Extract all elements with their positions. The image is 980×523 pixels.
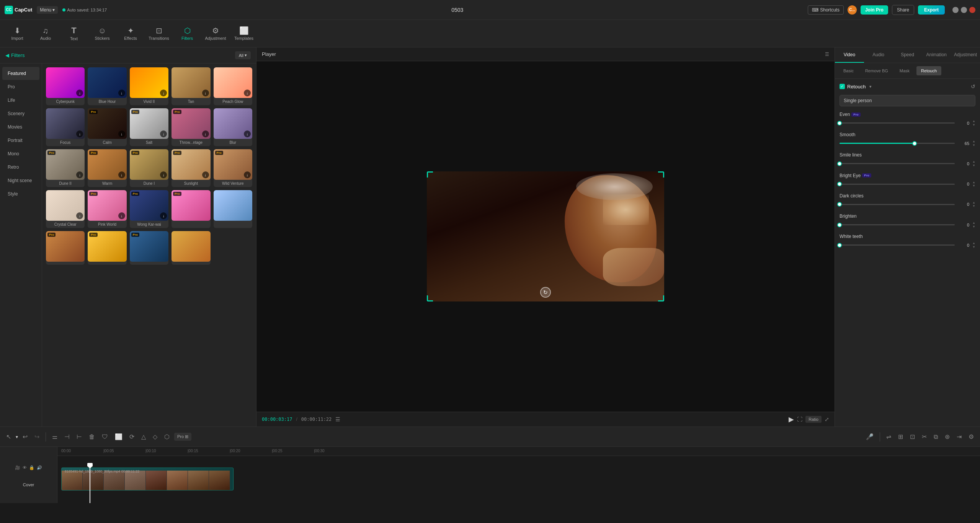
subtab-removebg[interactable]: Remove BG	[861, 66, 893, 75]
tab-adjustment[interactable]: Adjustment	[951, 47, 980, 63]
smile-lines-track[interactable]	[840, 163, 955, 164]
list-view-button[interactable]: ☰	[335, 416, 340, 422]
tool-stickers[interactable]: ☺ Stickers	[89, 21, 116, 46]
filter-sunlight[interactable]: Pro ↓ Sunlight	[172, 149, 210, 187]
pro-tools-button[interactable]: Pro ⊞	[174, 433, 191, 441]
ripple-delete[interactable]: ⊛	[942, 432, 952, 442]
cat-pro[interactable]: Pro	[2, 80, 39, 93]
cat-portrait[interactable]: Portrait	[2, 134, 39, 147]
track-eye[interactable]: 👁	[23, 465, 27, 470]
bright-eye-track[interactable]	[840, 184, 955, 185]
filter-cyberpunk[interactable]: ↓ Cyberpunk	[46, 67, 85, 105]
cat-featured[interactable]: Featured	[2, 67, 39, 80]
mirror-v-button[interactable]: △	[139, 432, 148, 442]
tool-templates[interactable]: ⬜ Templates	[230, 21, 257, 46]
undo-button[interactable]: ↩	[20, 432, 30, 442]
close-button[interactable]	[969, 7, 975, 13]
tool-audio[interactable]: ♫ Audio	[32, 21, 59, 46]
fit-track[interactable]: ⇥	[954, 432, 964, 442]
cut-button[interactable]: ✂	[920, 432, 929, 442]
crop-button[interactable]: ⬡	[162, 432, 172, 442]
play-button[interactable]: ▶	[789, 415, 794, 424]
filter-r1[interactable]: Pro	[172, 190, 210, 228]
filter-bluehour[interactable]: ↓ Blue Hour	[88, 67, 126, 105]
filter-warm[interactable]: Pro ↓ Warm	[88, 149, 126, 187]
delete-button[interactable]: 🗑	[87, 432, 97, 442]
subtab-basic[interactable]: Basic	[839, 66, 858, 75]
unlink-button[interactable]: ⊡	[908, 432, 917, 442]
tool-adjustment[interactable]: ⚙ Adjustment	[202, 21, 229, 46]
tool-transitions[interactable]: ⊡ Transitions	[145, 21, 172, 46]
filter-wild[interactable]: Pro ↓ Wild Venture	[214, 149, 252, 187]
select-tool[interactable]: ↖	[4, 432, 13, 442]
share-button[interactable]: Share	[892, 5, 914, 15]
menu-button[interactable]: Menu ▾	[37, 6, 58, 14]
playhead[interactable]	[90, 468, 90, 503]
filter-tan[interactable]: ↓ Tan	[172, 67, 210, 105]
tool-effects[interactable]: ✦ Effects	[117, 21, 144, 46]
maximize-button[interactable]	[961, 7, 967, 13]
export-button[interactable]: Export	[918, 5, 945, 15]
tab-video[interactable]: Video	[835, 47, 864, 63]
tab-audio[interactable]: Audio	[864, 47, 893, 63]
filter-peachglow[interactable]: ↓ Peach Glow	[214, 67, 252, 105]
subtab-mask[interactable]: Mask	[895, 66, 914, 75]
loop-button[interactable]: ⟳	[127, 432, 137, 442]
filter-crystal[interactable]: ↓ Crystal Clear	[46, 190, 85, 228]
filter-calm[interactable]: Pro ↓ Calm	[88, 108, 126, 146]
cat-nightscene[interactable]: Night scene	[2, 174, 39, 187]
cat-retro[interactable]: Retro	[2, 161, 39, 174]
filter-salt[interactable]: Pro ↓ Salt	[130, 108, 168, 146]
shortcuts-button[interactable]: ⌨ Shortcuts	[808, 5, 844, 15]
group-button[interactable]: ⬜	[113, 432, 125, 442]
cat-style[interactable]: Style	[2, 187, 39, 200]
filter-food[interactable]	[172, 231, 210, 265]
filter-r3[interactable]: Pro	[46, 231, 85, 265]
redo-button[interactable]: ↪	[32, 432, 42, 442]
split-button[interactable]: ⚌	[50, 432, 60, 442]
subtab-retouch[interactable]: Retouch	[916, 66, 941, 75]
freeze-button[interactable]: 🛡	[100, 432, 110, 442]
video-track[interactable]: 8165491-hd_1920_1080_30fps.mp4 00:00:11:…	[61, 468, 234, 490]
track-lock[interactable]: 🔒	[29, 465, 34, 470]
dark-circles-track[interactable]	[840, 204, 955, 205]
split-keep-right[interactable]: ⊢	[74, 432, 84, 442]
ratio-button[interactable]: Ratio	[805, 416, 822, 423]
filter-dune2[interactable]: Pro ↓ Dune II	[46, 149, 85, 187]
white-teeth-track[interactable]	[840, 244, 955, 246]
settings-button[interactable]: ⚙	[966, 432, 976, 442]
filter-wong[interactable]: Pro ↓ Wong Kar-wai	[130, 190, 168, 228]
all-filters-button[interactable]: All ▾	[235, 51, 251, 59]
split-keep-left[interactable]: ⊣	[62, 432, 72, 442]
tab-speed[interactable]: Speed	[893, 47, 922, 63]
mic-button[interactable]: 🎤	[864, 432, 876, 442]
retouch-checkbox[interactable]: ✓	[840, 84, 845, 89]
retouch-reset[interactable]: ↺	[971, 83, 975, 90]
fullscreen-button[interactable]: ⤢	[825, 416, 829, 422]
smooth-track[interactable]	[840, 143, 955, 144]
tab-animation[interactable]: Animation	[922, 47, 951, 63]
filter-r2[interactable]	[214, 190, 252, 228]
track-audio[interactable]: 🔊	[37, 465, 42, 470]
tool-text[interactable]: T Text	[60, 21, 87, 46]
tool-filters[interactable]: ⬡ Filters	[174, 21, 201, 46]
brighten-track[interactable]	[840, 224, 955, 225]
fit-screen-button[interactable]: ⛶	[797, 416, 802, 422]
filter-focus[interactable]: ↓ Focus	[46, 108, 85, 146]
split-audio[interactable]: ⇌	[884, 432, 893, 442]
mirror-h-button[interactable]: ◇	[150, 432, 160, 442]
player-menu-icon[interactable]: ☰	[825, 52, 829, 57]
filter-r5[interactable]: Pro	[130, 231, 168, 265]
rotate-handle[interactable]: ↻	[540, 287, 551, 298]
minimize-button[interactable]	[952, 7, 959, 13]
even-track[interactable]	[840, 122, 955, 124]
cat-life[interactable]: Life	[2, 94, 39, 107]
filter-dune1[interactable]: Pro ↓ Dune I	[130, 149, 168, 187]
link-button[interactable]: ⊞	[896, 432, 905, 442]
filter-throwntage[interactable]: Pro ↓ Throw...ntage	[172, 108, 210, 146]
cat-scenery[interactable]: Scenery	[2, 107, 39, 120]
tool-import[interactable]: ⬇ Import	[4, 21, 31, 46]
join-pro-button[interactable]: Join Pro	[861, 5, 888, 15]
copy-button[interactable]: ⧉	[931, 432, 940, 442]
filter-r4[interactable]: Pro	[88, 231, 126, 265]
